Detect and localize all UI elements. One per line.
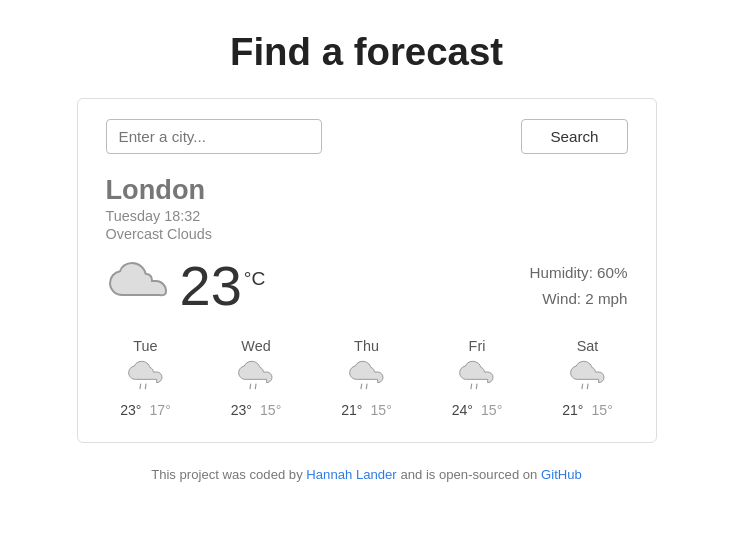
forecast-day-label: Fri: [469, 338, 486, 354]
forecast-day-label: Thu: [354, 338, 379, 354]
forecast-day: Fri 24° 15°: [437, 338, 517, 418]
forecast-day-label: Tue: [133, 338, 157, 354]
forecast-cloud-icon: [457, 360, 497, 396]
date-time: Tuesday 18:32: [106, 208, 628, 224]
forecast-temps: 23° 17°: [120, 402, 171, 418]
temp-unit: °C: [244, 268, 266, 289]
svg-line-8: [582, 384, 583, 389]
forecast-temps: 21° 15°: [341, 402, 392, 418]
search-row: Search: [106, 119, 628, 154]
forecast-day: Sat 21° 15°: [548, 338, 628, 418]
svg-line-3: [255, 384, 256, 389]
forecast-day: Thu 21° 15°: [327, 338, 407, 418]
search-input[interactable]: [106, 119, 322, 154]
forecast-low: 15°: [592, 402, 613, 418]
forecast-cloud-icon: [126, 360, 166, 396]
forecast-day: Tue 23° 17°: [106, 338, 186, 418]
svg-line-9: [587, 384, 588, 389]
city-name: London: [106, 174, 628, 206]
forecast-temps: 24° 15°: [452, 402, 503, 418]
wind-value: Wind: 2 mph: [530, 286, 628, 312]
svg-line-7: [476, 384, 477, 389]
current-weather: 23°C Humidity: 60% Wind: 2 mph: [106, 258, 628, 314]
search-button[interactable]: Search: [521, 119, 627, 154]
forecast-high: 23°: [120, 402, 141, 418]
footer-text-before: This project was coded by: [151, 467, 306, 482]
forecast-day: Wed 23° 15°: [216, 338, 296, 418]
forecast-high: 24°: [452, 402, 473, 418]
page-title: Find a forecast: [230, 30, 503, 74]
weather-details: Humidity: 60% Wind: 2 mph: [530, 260, 628, 312]
svg-line-4: [361, 384, 362, 389]
humidity-value: Humidity: 60%: [530, 260, 628, 286]
forecast-high: 21°: [341, 402, 362, 418]
forecast-row: Tue 23° 17° Wed: [106, 338, 628, 418]
forecast-temps: 23° 15°: [231, 402, 282, 418]
github-link[interactable]: GitHub: [541, 467, 582, 482]
temp-icon-row: 23°C: [106, 258, 266, 314]
forecast-cloud-icon: [236, 360, 276, 396]
forecast-day-label: Wed: [241, 338, 270, 354]
weather-description: Overcast Clouds: [106, 226, 628, 242]
current-temperature: 23°C: [180, 258, 266, 314]
svg-line-5: [366, 384, 367, 389]
svg-line-6: [471, 384, 472, 389]
forecast-temps: 21° 15°: [562, 402, 613, 418]
footer-text-middle: and is open-sourced on: [397, 467, 541, 482]
forecast-high: 21°: [562, 402, 583, 418]
svg-line-1: [145, 384, 146, 389]
weather-card: Search London Tuesday 18:32 Overcast Clo…: [77, 98, 657, 443]
forecast-low: 15°: [371, 402, 392, 418]
forecast-cloud-icon: [568, 360, 608, 396]
forecast-low: 15°: [481, 402, 502, 418]
author-link[interactable]: Hannah Lander: [306, 467, 396, 482]
forecast-high: 23°: [231, 402, 252, 418]
footer: This project was coded by Hannah Lander …: [151, 467, 582, 482]
forecast-low: 15°: [260, 402, 281, 418]
cloud-icon-large: [106, 259, 170, 313]
forecast-low: 17°: [150, 402, 171, 418]
forecast-cloud-icon: [347, 360, 387, 396]
svg-line-0: [140, 384, 141, 389]
svg-line-2: [250, 384, 251, 389]
forecast-day-label: Sat: [577, 338, 599, 354]
